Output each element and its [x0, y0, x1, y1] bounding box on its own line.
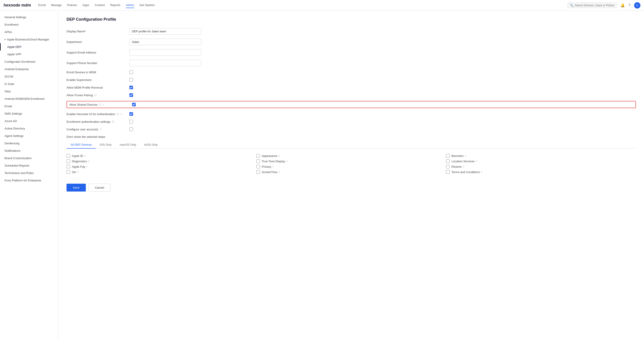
sidebar-item-technicians-roles[interactable]: Technicians and Roles	[0, 169, 58, 177]
tab-macos-only[interactable]: macOS Only	[116, 141, 140, 149]
department-row: Department	[66, 39, 636, 45]
help-icon[interactable]: ?	[628, 3, 630, 8]
terms-row: Terms and Conditions ✓	[446, 169, 636, 175]
mdm-removal-row: Allow MDM Profile Removal	[66, 86, 636, 89]
sidebar-item-gsuite[interactable]: G Suite	[0, 80, 58, 88]
appearance-checkbox[interactable]	[256, 154, 260, 158]
tab-tvos-only[interactable]: tvOS Only	[140, 141, 162, 149]
screentime-label: ScreenTime ✓	[262, 170, 281, 174]
sidebar-item-active-directory[interactable]: Active Directory	[0, 125, 58, 132]
enrollment-auth-checkbox[interactable]	[130, 120, 133, 123]
nav-content[interactable]: Content	[94, 3, 105, 8]
restore-row: Restore ✓	[446, 164, 636, 169]
configure-accounts-checkbox[interactable]	[130, 127, 133, 131]
true-tone-checkbox[interactable]	[256, 159, 260, 163]
col1: Apple ID ✓ Diagnostics ✓ Apple Pay ✓ Sir…	[66, 153, 256, 175]
phone-input[interactable]	[130, 60, 201, 66]
sidebar-item-azure-ad[interactable]: Azure AD	[0, 117, 58, 125]
shared-devices-label: Allow Shared Devices ⓘ ✓	[69, 103, 132, 106]
biometric-checkbox[interactable]	[446, 154, 450, 158]
hexnode-ui-info-icon[interactable]: ⓘ	[116, 112, 119, 116]
sidebar-item-sms[interactable]: SMS Settings	[0, 110, 58, 117]
nav-manage[interactable]: Manage	[51, 3, 62, 8]
email-input[interactable]	[130, 49, 201, 56]
apple-id-check-icon: ✓	[84, 154, 86, 157]
terms-checkbox[interactable]	[446, 170, 450, 174]
nav-get-started[interactable]: Get Started	[140, 3, 154, 8]
search-icon: 🔍	[570, 4, 574, 7]
location-services-checkbox[interactable]	[446, 159, 450, 163]
tab-all-dep[interactable]: All DEP Devices	[66, 141, 96, 149]
hexnode-ui-checkbox[interactable]	[130, 112, 133, 116]
location-services-row: Location Services ✓	[446, 158, 636, 164]
privacy-checkbox[interactable]	[256, 165, 260, 168]
terms-check-icon: ✓	[481, 170, 483, 174]
email-label: Support Email Address	[66, 51, 130, 54]
apple-id-checkbox[interactable]	[66, 154, 70, 158]
nav-admin[interactable]: Admin	[126, 3, 134, 8]
shared-info-icon[interactable]: ⓘ	[99, 103, 101, 106]
sidebar-item-okta[interactable]: Okta	[0, 88, 58, 95]
screentime-check-icon: ✓	[278, 170, 280, 174]
mdm-removal-label: Allow MDM Profile Removal	[66, 86, 130, 89]
save-button[interactable]: Save	[66, 184, 86, 192]
avatar[interactable]: U	[634, 2, 640, 9]
apple-pay-label: Apple Pay ✓	[72, 165, 88, 168]
phone-row: Support Phone Number	[66, 60, 636, 66]
true-tone-row: True Tone Display ✓	[256, 158, 446, 164]
sidebar-item-email[interactable]: Email	[0, 103, 58, 110]
sidebar-item-android-rom[interactable]: Android ROM/OEM Enrollment	[0, 95, 58, 103]
sidebar-item-enrollment[interactable]: Enrollment	[0, 21, 58, 28]
sidebar-item-agent-settings[interactable]: Agent Settings	[0, 132, 58, 140]
sidebar-item-brand-customization[interactable]: Brand Customization	[0, 154, 58, 162]
enroll-checkbox[interactable]	[130, 70, 133, 74]
true-tone-check-icon: ✓	[286, 160, 288, 163]
apple-pay-row: Apple Pay ✓	[66, 164, 256, 169]
mdm-removal-checkbox[interactable]	[130, 86, 133, 89]
screentime-checkbox[interactable]	[256, 170, 260, 174]
sidebar-item-scheduled-reports[interactable]: Scheduled Reports	[0, 162, 58, 169]
cancel-button[interactable]: Cancel	[88, 184, 110, 192]
apple-pay-checkbox[interactable]	[66, 165, 70, 168]
search-box[interactable]: 🔍	[568, 3, 617, 8]
appearance-check-icon: ✓	[278, 154, 281, 157]
sidebar-item-geofencing[interactable]: Geofencing	[0, 140, 58, 147]
sidebar-item-apple-vpp[interactable]: Apple VPP	[0, 51, 58, 58]
nav-policies[interactable]: Policies	[67, 3, 77, 8]
display-name-input[interactable]	[130, 28, 201, 35]
sidebar-item-apple-dep[interactable]: Apple DEP	[0, 43, 58, 51]
sidebar-item-configurator[interactable]: Configurator Enrollment	[0, 58, 58, 65]
shared-devices-row: Allow Shared Devices ⓘ ✓	[66, 101, 636, 108]
enroll-row: Enroll Devices in MDM	[66, 70, 636, 74]
sidebar-item-apple-business[interactable]: ▾ Apple Business/School Manager	[0, 36, 58, 43]
sidebar-item-apns[interactable]: APNs	[0, 28, 58, 36]
department-input[interactable]	[130, 39, 201, 45]
shared-devices-checkbox[interactable]	[132, 103, 136, 106]
itunes-info-icon[interactable]: ⓘ	[94, 94, 96, 97]
sidebar-item-sccm[interactable]: SCCM	[0, 73, 58, 80]
hexnode-ui-check-icon: ✓	[120, 112, 123, 116]
sidebar-item-knox-platform[interactable]: Knox Platform for Enterprise	[0, 177, 58, 184]
dep-tabs: All DEP Devices iOS Only macOS Only tvOS…	[66, 141, 636, 149]
screentime-row: ScreenTime ✓	[256, 169, 446, 175]
col2: Appearance ✓ True Tone Display ✓ Privacy…	[256, 153, 446, 175]
diagnostics-label: Diagnostics ✓	[72, 160, 90, 163]
sidebar-item-android-enterprise[interactable]: Android Enterprise	[0, 65, 58, 73]
supervision-checkbox[interactable]	[130, 78, 133, 82]
itunes-checkbox[interactable]	[130, 93, 133, 97]
nav-apps[interactable]: Apps	[82, 3, 89, 8]
nav-enroll[interactable]: Enroll	[38, 3, 46, 8]
search-input[interactable]	[575, 4, 614, 7]
nav-reports[interactable]: Reports	[110, 3, 120, 8]
sidebar-item-general-settings[interactable]: General Settings	[0, 14, 58, 21]
diagnostics-checkbox[interactable]	[66, 159, 70, 163]
bell-icon[interactable]: 🔔	[620, 3, 625, 8]
apple-pay-check-icon: ✓	[86, 165, 88, 168]
hexnode-ui-row: Enable Hexnode UI for Authentication ⓘ ✓	[66, 112, 636, 116]
restore-checkbox[interactable]	[446, 165, 450, 168]
siri-checkbox[interactable]	[66, 170, 70, 174]
location-services-label: Location Services ✓	[452, 160, 478, 163]
sidebar-item-notifications[interactable]: Notifications	[0, 147, 58, 154]
enrollment-auth-info-icon[interactable]: ⓘ	[112, 120, 114, 123]
tab-ios-only[interactable]: iOS Only	[96, 141, 116, 149]
